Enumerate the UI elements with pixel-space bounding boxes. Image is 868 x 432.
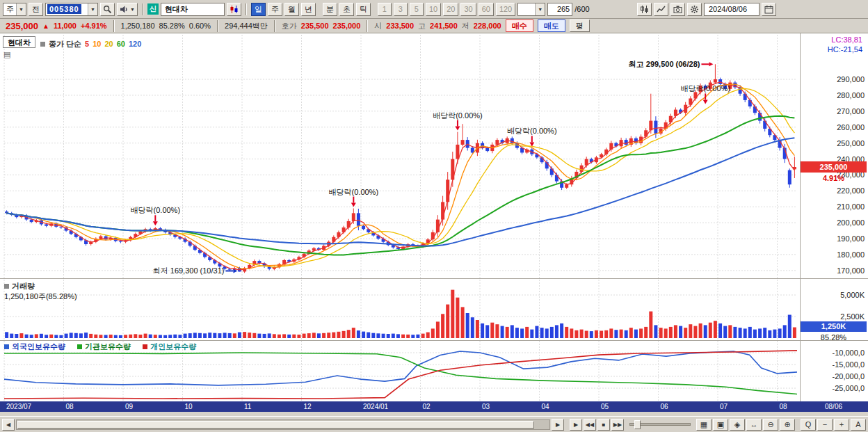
- lc-indicator: LC:38,81: [800, 35, 865, 44]
- screenshot-icon[interactable]: [670, 3, 685, 16]
- period-type-combo[interactable]: 주 ▼: [3, 3, 26, 16]
- period-year-button[interactable]: 년: [301, 3, 316, 16]
- hc-indicator: HC:-21,54: [800, 45, 865, 54]
- minute-30-button[interactable]: 30: [460, 3, 476, 16]
- zoom-minus-button[interactable]: −: [817, 419, 833, 431]
- low-price: 228,000: [474, 22, 501, 30]
- divider: [113, 20, 115, 32]
- x-axis-month-label: 08: [66, 403, 74, 410]
- minute-120-button[interactable]: 120: [496, 3, 515, 16]
- sound-alert-icon[interactable]: ▼: [117, 3, 138, 16]
- x-axis-month-label: 11: [244, 403, 251, 410]
- zoom-in-icon[interactable]: ⊕: [780, 419, 795, 431]
- volume-square-icon: [4, 284, 9, 289]
- replay-play-button[interactable]: ▶: [570, 419, 582, 431]
- price-summary-bar: 235,000 ▲ 11,000 +4.91% 1,250,180 85.28%…: [0, 19, 868, 33]
- scrollbar-thumb[interactable]: [17, 421, 534, 429]
- period-minute-button[interactable]: 분: [323, 3, 337, 16]
- divider: [367, 20, 368, 32]
- prev-stock-button[interactable]: 전: [29, 3, 43, 16]
- replay-rewind-button[interactable]: ◀◀: [584, 419, 596, 431]
- period-week-button[interactable]: 주: [268, 3, 282, 16]
- svg-text:5,000K: 5,000K: [840, 291, 865, 299]
- svg-text:최저 169,300 (10/31): 최저 169,300 (10/31): [153, 266, 225, 275]
- trendline-tool-icon[interactable]: [654, 3, 668, 16]
- h-move-icon[interactable]: ↔: [746, 419, 762, 431]
- replay-stop-button[interactable]: ■: [597, 419, 610, 431]
- period-month-button[interactable]: 월: [284, 3, 299, 16]
- x-axis-month-label: 07: [720, 403, 728, 410]
- period-day-button[interactable]: 일: [251, 3, 266, 16]
- candle-tool-icon[interactable]: [637, 3, 652, 16]
- mini-candle-chart-icon[interactable]: [227, 3, 241, 16]
- stock-name-field: 현대차: [161, 3, 225, 16]
- open-label: 시: [374, 21, 382, 31]
- pane-separator[interactable]: [0, 340, 868, 341]
- date-field[interactable]: 2024/08/06: [704, 3, 760, 16]
- slider-knob[interactable]: [634, 420, 641, 429]
- scroll-right-button[interactable]: ▶: [552, 419, 564, 431]
- minute-5-button[interactable]: 5: [410, 3, 424, 16]
- volume-pane-title: 거래량: [4, 281, 35, 291]
- chart-menu-icon[interactable]: ▤: [3, 50, 10, 59]
- stock-code-input[interactable]: 005380 ▼: [45, 3, 98, 16]
- chevron-down-icon: ▼: [130, 7, 135, 12]
- gear-icon[interactable]: [687, 3, 702, 16]
- svg-text:210,000: 210,000: [837, 202, 865, 211]
- ask-price: 235,500: [301, 22, 329, 30]
- up-arrow-icon: ▲: [42, 22, 49, 30]
- search-icon[interactable]: [100, 3, 115, 16]
- minute-10-button[interactable]: 10: [426, 3, 441, 16]
- calendar-icon[interactable]: [762, 3, 776, 16]
- minute-1-button[interactable]: 1: [378, 3, 392, 16]
- svg-text:250,000: 250,000: [837, 139, 865, 147]
- chart-option-combo[interactable]: ▼: [517, 3, 545, 16]
- individual-holdings-label: 개인보유수량: [143, 342, 196, 351]
- chart-h-scrollbar[interactable]: [16, 419, 550, 430]
- institution-holdings-label: 기관보유수량: [77, 342, 131, 351]
- chart-stock-tab[interactable]: 현대차: [3, 36, 35, 48]
- replay-speed-slider[interactable]: [629, 423, 691, 426]
- bid-price: 235,000: [333, 22, 361, 30]
- svg-text:배당락(0.00%): 배당락(0.00%): [131, 206, 181, 214]
- zoom-plus-button[interactable]: +: [834, 419, 849, 431]
- minute-20-button[interactable]: 20: [443, 3, 458, 16]
- x-axis-month-label: 08: [780, 403, 787, 410]
- holdings-legend: 외국인보유수량 기관보유수량 개인보유수량: [4, 342, 206, 352]
- divider: [274, 20, 275, 32]
- buy-button[interactable]: 매수: [506, 19, 533, 32]
- pane-layout-icon[interactable]: ▣: [713, 419, 728, 431]
- chart-style-icon[interactable]: ◈: [730, 419, 745, 431]
- chevron-down-icon[interactable]: ▼: [16, 3, 26, 15]
- high-label: 고: [418, 21, 426, 31]
- ma120-label: 120: [129, 40, 141, 48]
- chevron-down-icon[interactable]: ▼: [535, 3, 545, 15]
- zoom-q-button[interactable]: Q: [801, 419, 816, 431]
- x-axis-month-label: 2024/01: [363, 403, 388, 410]
- scroll-left-button[interactable]: ◀: [2, 419, 15, 431]
- zoom-out-icon[interactable]: ⊖: [763, 419, 778, 431]
- sell-button[interactable]: 매도: [538, 19, 565, 32]
- hoga-label: 호가: [282, 21, 297, 31]
- replay-forward-button[interactable]: ▶▶: [611, 419, 624, 431]
- minute-60-button[interactable]: 60: [479, 3, 494, 16]
- minute-3-button[interactable]: 3: [394, 3, 408, 16]
- svg-text:200,000: 200,000: [837, 218, 865, 227]
- chevron-down-icon[interactable]: ▼: [88, 3, 97, 15]
- chart-grid-icon[interactable]: ▦: [696, 419, 712, 431]
- toolbar-divider: [246, 3, 247, 15]
- x-axis-month-label: 2023/07: [6, 403, 31, 410]
- toolbar-divider: [142, 3, 143, 15]
- period-second-button[interactable]: 초: [339, 3, 354, 16]
- candle-count-input[interactable]: 265: [547, 3, 572, 16]
- open-price: 233,500: [386, 22, 414, 30]
- stock-code-value: 005380: [47, 4, 81, 14]
- pane-separator[interactable]: [0, 278, 868, 279]
- ma5-label: 5: [85, 40, 89, 48]
- x-axis-month-label: 10: [185, 403, 193, 410]
- stock-chart-canvas[interactable]: .g{stroke:#dcdcdc;stroke-dasharray:2 2}.…: [0, 33, 868, 412]
- avg-button[interactable]: 평: [570, 19, 590, 32]
- volume-tag-pct: 85.28%: [801, 333, 867, 342]
- period-tick-button[interactable]: 틱: [356, 3, 371, 16]
- auto-scale-button[interactable]: A: [851, 419, 866, 431]
